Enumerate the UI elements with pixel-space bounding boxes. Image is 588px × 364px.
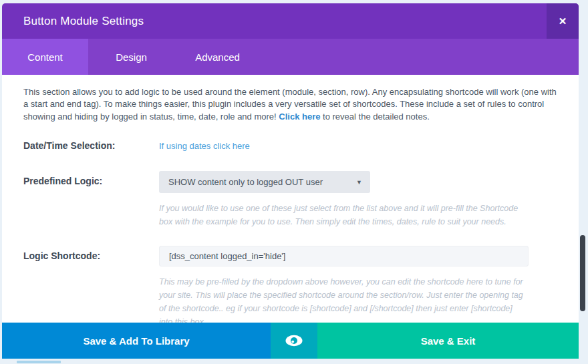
background-page-fragment (17, 361, 61, 363)
predefined-logic-select[interactable]: SHOW content only to logged OUT user ▼ (159, 171, 370, 193)
button-module-settings-modal: Button Module Settings ✕ Content Design … (2, 3, 579, 359)
logic-shortcode-help-text: This may be pre-filled by the dropdown a… (159, 275, 528, 329)
predefined-logic-row: Predefined Logic: SHOW content only to l… (23, 171, 557, 193)
save-add-to-library-label: Save & Add To Library (83, 335, 189, 347)
settings-tabs: Content Design Advanced (2, 39, 579, 75)
modal-body: This section allows you to add logic to … (2, 75, 579, 329)
page-background: Button Module Settings ✕ Content Design … (0, 0, 588, 364)
click-here-link[interactable]: Click here (279, 112, 320, 122)
datetime-selection-row: Date/Time Selection: If using dates clic… (23, 139, 557, 151)
logic-shortcode-row: Logic Shortcode: (23, 246, 557, 266)
preview-button[interactable] (271, 323, 317, 359)
modal-titlebar: Button Module Settings ✕ (2, 3, 579, 39)
tab-design[interactable]: Design (88, 39, 174, 75)
predefined-logic-label: Predefined Logic: (23, 171, 159, 186)
save-and-exit-button[interactable]: Save & Exit (317, 323, 579, 359)
tab-advanced[interactable]: Advanced (174, 39, 261, 75)
save-add-to-library-button[interactable]: Save & Add To Library (2, 323, 271, 359)
close-icon: ✕ (559, 15, 567, 27)
datetime-selection-label: Date/Time Selection: (23, 139, 159, 151)
if-using-dates-link[interactable]: If using dates click here (159, 139, 250, 151)
save-and-exit-label: Save & Exit (421, 335, 476, 347)
page-scrollbar-thumb[interactable] (580, 235, 585, 311)
predefined-logic-selected-value: SHOW content only to logged OUT user (168, 177, 351, 187)
tab-design-label: Design (116, 51, 147, 63)
predefined-logic-help-text: If you would like to use one of these ju… (159, 202, 528, 228)
logic-shortcode-label: Logic Shortcode: (23, 246, 159, 261)
modal-title: Button Module Settings (23, 15, 144, 28)
eye-icon (284, 333, 304, 348)
tab-content[interactable]: Content (2, 39, 88, 75)
logic-shortcode-input[interactable] (159, 246, 529, 266)
tab-content-label: Content (27, 51, 63, 63)
chevron-down-icon: ▼ (356, 179, 362, 186)
intro-text-after: to reveal the detailed notes. (320, 112, 429, 122)
modal-footer: Save & Add To Library Save & Exit (2, 323, 579, 359)
close-button[interactable]: ✕ (547, 3, 579, 39)
tab-advanced-label: Advanced (195, 51, 240, 63)
intro-paragraph: This section allows you to add logic to … (23, 86, 557, 123)
